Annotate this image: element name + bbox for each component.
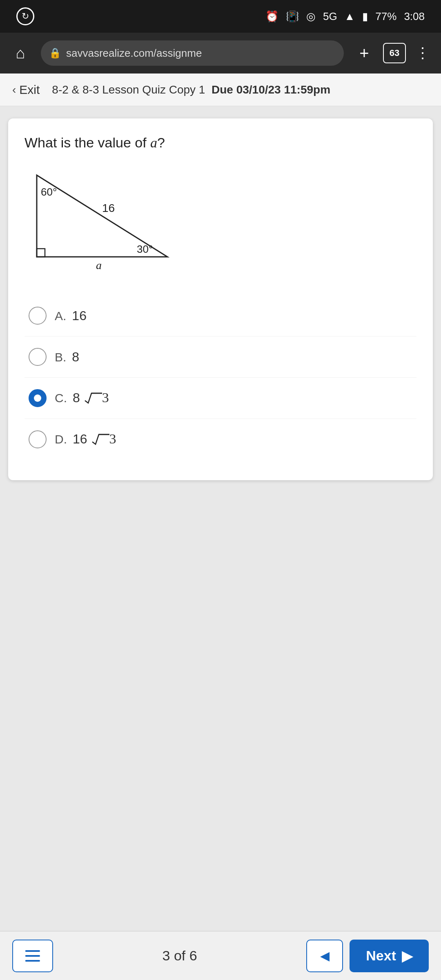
quiz-title-normal: 8-2 & 8-3 Lesson Quiz Copy 1 [52, 83, 205, 96]
main-content: What is the value of a? 60° 16 30° a [0, 106, 441, 931]
radio-d[interactable] [29, 430, 47, 448]
previous-button[interactable]: ◀ [306, 940, 343, 972]
nav-buttons: ◀ Next ▶ [306, 940, 429, 972]
sqrt-icon-c [84, 392, 102, 406]
option-c[interactable]: C. 8 3 [24, 378, 416, 419]
lock-icon: 🔒 [49, 47, 61, 59]
option-d-sqrt: 3 [91, 431, 116, 448]
radio-c-inner [34, 394, 41, 402]
triangle-diagram: 60° 16 30° a [24, 163, 416, 279]
bottom-toolbar: 3 of 6 ◀ Next ▶ [0, 931, 441, 980]
next-label: Next [366, 948, 396, 964]
svg-text:60°: 60° [41, 186, 57, 198]
status-bar: ↻ ⏰ 📳 ◎ 5G ▲ ▮ 77% 3:08 [0, 0, 441, 33]
option-d-letter: D. [55, 432, 67, 446]
option-c-sqrt: 3 [84, 390, 109, 406]
tab-count-button[interactable]: 63 [383, 43, 406, 63]
new-tab-button[interactable]: + [352, 41, 376, 65]
radio-c[interactable] [29, 389, 47, 407]
network-label: 5G [323, 10, 337, 23]
option-a[interactable]: A. 16 [24, 295, 416, 336]
back-chevron-icon: ‹ [12, 83, 16, 96]
browser-bar: ⌂ 🔒 savvasrealize.com/assignme + 63 ⋮ [0, 33, 441, 74]
option-c-label: C. 8 3 [55, 390, 109, 406]
next-button[interactable]: Next ▶ [350, 940, 429, 972]
location-icon: ◎ [306, 10, 316, 23]
exit-label: Exit [19, 83, 40, 97]
radio-b[interactable] [29, 348, 47, 366]
nav-bar: ‹ Exit 8-2 & 8-3 Lesson Quiz Copy 1 Due … [0, 74, 441, 106]
option-d[interactable]: D. 16 3 [24, 419, 416, 460]
option-d-value: 16 [73, 432, 87, 447]
svg-text:16: 16 [102, 202, 115, 214]
alarm-icon: ⏰ [265, 10, 278, 23]
status-bar-right: ⏰ 📳 ◎ 5G ▲ ▮ 77% 3:08 [265, 10, 425, 23]
svg-point-13 [25, 960, 27, 962]
url-bar[interactable]: 🔒 savvasrealize.com/assignme [41, 40, 344, 66]
next-arrow-icon: ▶ [402, 948, 412, 964]
question-card: What is the value of a? 60° 16 30° a [8, 118, 433, 480]
option-a-letter: A. [55, 309, 66, 323]
exit-button[interactable]: ‹ Exit [12, 83, 40, 97]
option-b[interactable]: B. 8 [24, 336, 416, 378]
svg-text:a: a [96, 259, 102, 272]
question-text: What is the value of a? [24, 135, 416, 151]
option-a-label: A. 16 [55, 308, 87, 323]
vibrate-icon: 📳 [286, 10, 299, 23]
options-list: A. 16 B. 8 C. 8 [24, 295, 416, 460]
svg-rect-1 [37, 249, 45, 257]
battery-icon: ▮ [362, 10, 368, 23]
battery-label: 77% [375, 10, 396, 23]
option-a-value: 16 [72, 308, 87, 323]
prev-arrow-icon: ◀ [320, 949, 330, 963]
sqrt-icon-d [91, 433, 109, 448]
question-list-button[interactable] [12, 940, 53, 972]
pagination-text: 3 of 6 [163, 948, 197, 964]
quiz-title: 8-2 & 8-3 Lesson Quiz Copy 1 Due 03/10/2… [52, 83, 330, 96]
triangle-svg: 60° 16 30° a [24, 167, 180, 273]
list-icon [23, 946, 42, 966]
time-label: 3:08 [404, 10, 425, 23]
option-d-label: D. 16 3 [55, 431, 116, 448]
option-b-label: B. 8 [55, 350, 79, 365]
option-c-value: 8 [73, 390, 80, 405]
browser-actions: + 63 ⋮ [352, 41, 433, 65]
quiz-due-date: Due 03/10/23 11:59pm [212, 83, 330, 96]
svg-point-12 [25, 955, 27, 957]
menu-button[interactable]: ⋮ [412, 43, 433, 63]
variable-a: a [150, 135, 157, 150]
signal-icon: ▲ [345, 10, 355, 23]
radio-a[interactable] [29, 307, 47, 325]
option-b-value: 8 [72, 350, 79, 365]
option-b-letter: B. [55, 350, 66, 364]
url-text: savvasrealize.com/assignme [66, 47, 202, 60]
option-c-letter: C. [55, 391, 67, 405]
refresh-icon: ↻ [16, 7, 34, 25]
svg-point-11 [25, 950, 27, 952]
home-button[interactable]: ⌂ [8, 41, 33, 65]
svg-text:30°: 30° [137, 243, 153, 255]
